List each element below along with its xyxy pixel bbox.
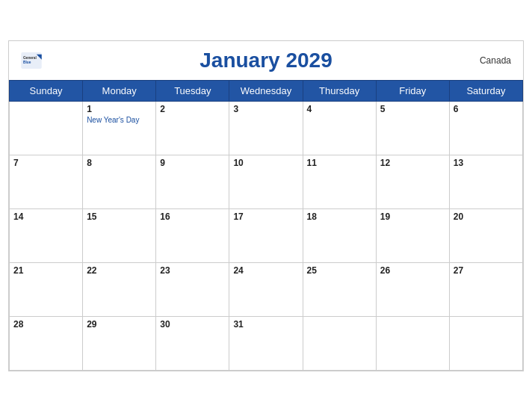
day-number: 5 xyxy=(380,104,445,114)
weekday-header-row: Sunday Monday Tuesday Wednesday Thursday… xyxy=(10,80,523,101)
holiday-label: New Year's Day xyxy=(87,116,152,124)
day-number: 10 xyxy=(233,158,298,168)
day-number: 16 xyxy=(160,211,225,222)
day-number: 14 xyxy=(13,211,78,222)
day-number: 22 xyxy=(87,265,152,276)
svg-text:Blue: Blue xyxy=(23,61,31,64)
day-number: 27 xyxy=(454,265,519,276)
calendar-cell: 3 xyxy=(229,101,303,155)
calendar-cell: 16 xyxy=(156,208,229,262)
day-number: 8 xyxy=(87,158,152,168)
calendar-table: Sunday Monday Tuesday Wednesday Thursday… xyxy=(9,80,523,371)
calendar-cell: 15 xyxy=(83,208,156,262)
calendar-title: January 2029 xyxy=(200,49,332,72)
calendar-cell: 5 xyxy=(376,101,449,155)
calendar-container: General Blue January 2029 Canada Sunday … xyxy=(8,40,524,371)
calendar-cell: 26 xyxy=(376,262,449,316)
day-number: 2 xyxy=(160,104,225,114)
day-number: 21 xyxy=(13,265,78,276)
day-number: 31 xyxy=(233,319,298,330)
header-sunday: Sunday xyxy=(10,80,83,101)
calendar-cell: 17 xyxy=(229,208,303,262)
day-number: 24 xyxy=(233,265,298,276)
calendar-cell: 4 xyxy=(303,101,376,155)
calendar-cell: 27 xyxy=(449,262,522,316)
calendar-cell: 10 xyxy=(229,155,303,208)
day-number: 9 xyxy=(160,158,225,168)
week-row-3: 14151617181920 xyxy=(10,208,523,262)
day-number: 12 xyxy=(380,158,445,168)
svg-text:General: General xyxy=(23,55,37,59)
day-number: 4 xyxy=(307,104,372,114)
day-number: 15 xyxy=(87,211,152,222)
calendar-cell xyxy=(303,316,376,370)
calendar-header: General Blue January 2029 Canada xyxy=(9,41,523,80)
header-wednesday: Wednesday xyxy=(229,80,303,101)
calendar-cell: 28 xyxy=(10,316,83,370)
calendar-cell: 23 xyxy=(156,262,229,316)
week-row-5: 28293031 xyxy=(10,316,523,370)
week-row-4: 21222324252627 xyxy=(10,262,523,316)
day-number: 11 xyxy=(307,158,372,168)
calendar-cell: 8 xyxy=(83,155,156,208)
logo-area: General Blue xyxy=(21,52,42,69)
day-number: 29 xyxy=(87,319,152,330)
calendar-cell xyxy=(10,101,83,155)
header-monday: Monday xyxy=(83,80,156,101)
day-number: 23 xyxy=(160,265,225,276)
day-number: 20 xyxy=(454,211,519,222)
day-number: 6 xyxy=(454,104,519,114)
calendar-cell: 13 xyxy=(449,155,522,208)
calendar-cell: 29 xyxy=(83,316,156,370)
day-number: 26 xyxy=(380,265,445,276)
day-number: 19 xyxy=(380,211,445,222)
day-number: 7 xyxy=(13,158,78,168)
calendar-cell: 1New Year's Day xyxy=(83,101,156,155)
calendar-cell: 2 xyxy=(156,101,229,155)
day-number: 25 xyxy=(307,265,372,276)
calendar-cell: 11 xyxy=(303,155,376,208)
calendar-cell: 25 xyxy=(303,262,376,316)
day-number: 1 xyxy=(87,104,152,114)
week-row-1: 1New Year's Day23456 xyxy=(10,101,523,155)
header-saturday: Saturday xyxy=(449,80,522,101)
calendar-cell: 18 xyxy=(303,208,376,262)
calendar-cell: 31 xyxy=(229,316,303,370)
calendar-cell xyxy=(376,316,449,370)
day-number: 3 xyxy=(233,104,298,114)
header-tuesday: Tuesday xyxy=(156,80,229,101)
generalblue-logo-icon: General Blue xyxy=(21,52,42,69)
calendar-cell: 21 xyxy=(10,262,83,316)
calendar-cell: 19 xyxy=(376,208,449,262)
day-number: 18 xyxy=(307,211,372,222)
header-thursday: Thursday xyxy=(303,80,376,101)
day-number: 13 xyxy=(454,158,519,168)
calendar-cell: 12 xyxy=(376,155,449,208)
day-number: 28 xyxy=(13,319,78,330)
calendar-cell: 6 xyxy=(449,101,522,155)
day-number: 17 xyxy=(233,211,298,222)
calendar-cell: 14 xyxy=(10,208,83,262)
calendar-cell: 7 xyxy=(10,155,83,208)
calendar-cell: 22 xyxy=(83,262,156,316)
day-number: 30 xyxy=(160,319,225,330)
country-label: Canada xyxy=(480,55,511,66)
calendar-cell: 20 xyxy=(449,208,522,262)
calendar-cell: 24 xyxy=(229,262,303,316)
calendar-cell: 30 xyxy=(156,316,229,370)
header-friday: Friday xyxy=(376,80,449,101)
week-row-2: 78910111213 xyxy=(10,155,523,208)
calendar-body: 1New Year's Day2345678910111213141516171… xyxy=(10,101,523,370)
calendar-cell: 9 xyxy=(156,155,229,208)
calendar-cell xyxy=(449,316,522,370)
